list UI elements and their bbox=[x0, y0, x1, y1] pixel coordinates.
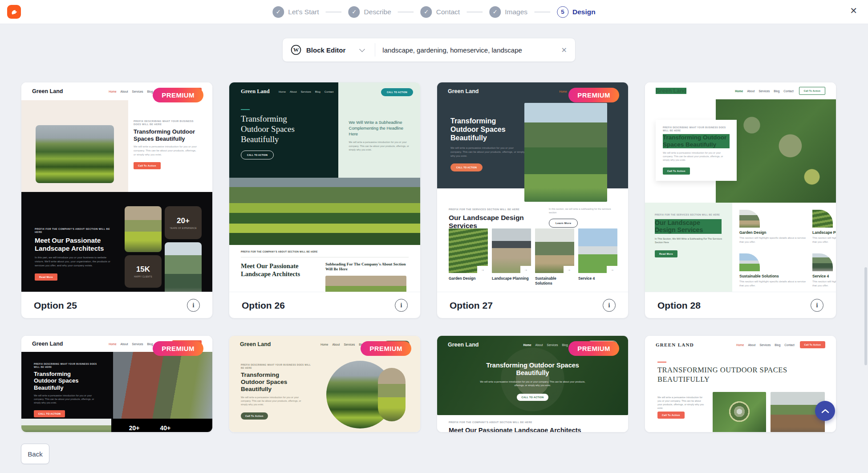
nav-item: Home bbox=[736, 343, 744, 347]
flame-icon bbox=[10, 8, 19, 16]
service-name: Garden Design bbox=[739, 230, 806, 235]
trees-photo bbox=[21, 419, 111, 432]
hero-text: We will write a persuasive introduction … bbox=[241, 396, 308, 407]
hero-text: We will write a persuasive introduction … bbox=[450, 146, 525, 158]
step-images[interactable]: ✓ Images bbox=[489, 6, 527, 18]
check-icon: ✓ bbox=[421, 6, 432, 18]
hero-heading: Transforming Outdoor Spaces Beautifully bbox=[477, 362, 588, 377]
info-icon[interactable]: i bbox=[603, 299, 616, 312]
mandala-park-photo bbox=[713, 392, 766, 432]
nav-item: Services bbox=[132, 90, 143, 93]
arrow-icon: → bbox=[564, 266, 574, 273]
check-icon: ✓ bbox=[489, 6, 501, 18]
accent-bar bbox=[241, 109, 250, 110]
stat-label: YEARS OF EXPERIENCE bbox=[170, 227, 197, 229]
hero-text: We will write a persuasive introduction … bbox=[663, 151, 730, 162]
editor-select[interactable]: W Block Editor bbox=[291, 45, 375, 55]
hero-cta-button: Call To Action bbox=[657, 412, 685, 419]
design-option-card-25: Green Land HomeAboutServicesBlogContact … bbox=[21, 82, 213, 318]
nav-item: Services bbox=[132, 343, 143, 346]
service-photo bbox=[739, 210, 760, 228]
template-search-bar: W Block Editor landscape, gardening, hom… bbox=[282, 38, 576, 62]
info-icon[interactable]: i bbox=[811, 299, 823, 312]
design-option-card-27: Green Land HomeAboutServicesBlogContact … bbox=[437, 82, 629, 318]
about-heading: Meet Our Passionate Landscape Architects bbox=[449, 427, 617, 432]
service-photo: → bbox=[535, 228, 574, 273]
nav-item: About bbox=[535, 343, 543, 347]
scrollbar-thumb[interactable] bbox=[864, 267, 867, 365]
fountain-photo bbox=[524, 103, 607, 202]
template-preview-row2-2[interactable]: Green Land HomeAboutServicesBlogContact … bbox=[229, 336, 420, 432]
nav-item: Home bbox=[320, 343, 328, 346]
service-photo bbox=[812, 253, 833, 271]
service-photo bbox=[739, 253, 760, 271]
service-name: Landscape Planning bbox=[812, 230, 836, 235]
template-preview-option-28[interactable]: Green Land HomeAboutServicesBlogContact … bbox=[645, 82, 836, 292]
step-design[interactable]: 5 Design bbox=[557, 6, 596, 18]
stats-strip: 20+ 40+ bbox=[21, 419, 212, 432]
nav-item: Blog bbox=[315, 90, 320, 93]
top-bar: ✓ Let's Start ✓ Describe ✓ Contact ✓ Ima… bbox=[0, 0, 868, 24]
street-garden-photo bbox=[113, 352, 212, 419]
scroll-top-button[interactable] bbox=[815, 401, 835, 421]
about-subheading: Subheading For The Company's About Secti… bbox=[325, 262, 406, 272]
about-media-grid: 15K HAPPY CLIENTS 20+ YEARS OF EXPERIENC… bbox=[125, 206, 202, 292]
info-icon[interactable]: i bbox=[187, 299, 200, 312]
back-button[interactable]: Back bbox=[21, 444, 49, 464]
clear-search-icon[interactable]: ✕ bbox=[561, 46, 567, 54]
step-label: Let's Start bbox=[288, 8, 319, 16]
service-tile: → Service 4 bbox=[578, 228, 617, 285]
hero-copy: Transforming Outdoor Spaces Beautifully … bbox=[450, 117, 525, 171]
search-input[interactable]: landscape, gardening, homeservice, lands… bbox=[382, 46, 557, 54]
site-cta-button: CALL TO ACTION bbox=[381, 88, 413, 96]
premium-badge: PREMIUM bbox=[568, 341, 619, 356]
service-desc: This section will highlight specific det… bbox=[812, 280, 836, 288]
about-eyebrow: PREFIX FOR THE COMPANY'S ABOUT SECTION W… bbox=[241, 250, 409, 253]
service-photo: → bbox=[492, 228, 531, 273]
nav-item: Services bbox=[759, 343, 771, 347]
builder-logo[interactable] bbox=[7, 5, 21, 19]
nav-item: About bbox=[332, 343, 340, 346]
hero-cta-button: CALL TO ACTION bbox=[517, 394, 548, 401]
template-preview-option-27[interactable]: Green Land HomeAboutServicesBlogContact … bbox=[437, 82, 628, 292]
step-lets-start[interactable]: ✓ Let's Start bbox=[272, 6, 319, 18]
arrow-icon: → bbox=[477, 266, 488, 273]
divider bbox=[241, 257, 409, 257]
site-nav: HomeAboutServicesBlogContact bbox=[735, 90, 793, 93]
nav-item: Services bbox=[547, 343, 558, 347]
about-section: PREFIX FOR THE COMPANY'S ABOUT SECTION W… bbox=[21, 192, 212, 292]
svg-text:W: W bbox=[293, 47, 299, 53]
hero-heading: Transforming Outdoor Spaces Beautifully bbox=[241, 114, 314, 145]
template-preview-row2-4[interactable]: GREEN LAND HomeAboutServicesBlogContact … bbox=[645, 336, 836, 432]
hero-text: We will write a persuasive introduction … bbox=[657, 396, 705, 410]
hero-cta-button: Call To Action bbox=[241, 412, 268, 420]
step-number: 5 bbox=[557, 6, 568, 18]
nav-item: Contact bbox=[784, 343, 794, 347]
stepper: ✓ Let's Start ✓ Describe ✓ Contact ✓ Ima… bbox=[272, 0, 595, 24]
nav-item: About bbox=[121, 90, 128, 93]
card-footer: Option 25 i bbox=[21, 292, 212, 318]
template-preview-row2-3[interactable]: Green Land HomeAboutServicesBlogContact … bbox=[437, 336, 628, 432]
nav-item: Services bbox=[758, 90, 770, 93]
service-photo: → bbox=[449, 228, 488, 273]
template-preview-row2-1[interactable]: Green Land HomeAboutServicesBlogContact … bbox=[21, 336, 212, 432]
nav-item: Blog bbox=[562, 343, 568, 347]
service-name: Sustainable Solutions bbox=[535, 276, 574, 285]
step-contact[interactable]: ✓ Contact bbox=[421, 6, 460, 18]
nav-item: Contact bbox=[324, 90, 334, 93]
hero-eyebrow: PREFIX DESCRIBING WHAT YOUR BUSINESS DOE… bbox=[241, 363, 313, 369]
services-subtext: In This Section, We Will Write a Subhead… bbox=[655, 237, 722, 245]
info-icon[interactable]: i bbox=[395, 299, 408, 312]
step-describe[interactable]: ✓ Describe bbox=[349, 6, 391, 18]
services-heading: Our Landscape Design Services bbox=[655, 219, 722, 234]
hero-eyebrow: PREFIX DESCRIBING WHAT YOUR BUSINESS DOE… bbox=[34, 363, 101, 368]
service-name: Garden Design bbox=[449, 276, 488, 281]
services-section: PREFIX FOR THE SERVICES SECTION WILL BE … bbox=[645, 203, 836, 292]
hero-section: PREFIX DESCRIBING WHAT YOUR BUSINESS DOE… bbox=[21, 100, 212, 192]
card-footer: Option 26 i bbox=[229, 292, 420, 318]
close-icon[interactable]: ✕ bbox=[850, 6, 857, 15]
template-preview-option-26[interactable]: Green Land HomeAboutServicesBlogContact … bbox=[229, 82, 420, 292]
nav-item: About bbox=[748, 343, 755, 347]
template-preview-option-25[interactable]: Green Land HomeAboutServicesBlogContact … bbox=[21, 82, 212, 292]
nav-item: Home bbox=[109, 343, 116, 346]
